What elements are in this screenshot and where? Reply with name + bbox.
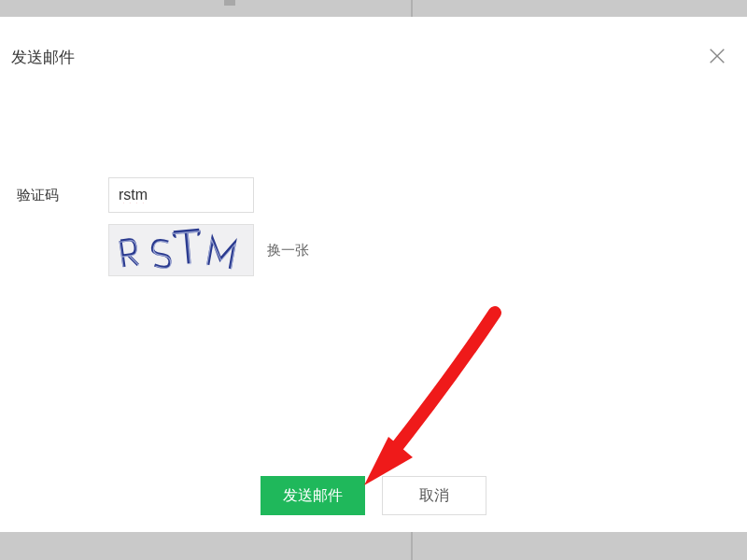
captcha-label: 验证码 bbox=[17, 187, 108, 204]
send-email-button[interactable]: 发送邮件 bbox=[261, 476, 365, 515]
modal-title: 发送邮件 bbox=[11, 47, 75, 68]
backdrop-divider-bottom bbox=[411, 532, 413, 560]
backdrop-divider bbox=[411, 0, 413, 17]
button-row: 发送邮件 取消 bbox=[0, 476, 747, 515]
send-email-modal: 发送邮件 验证码 bbox=[0, 17, 747, 532]
close-icon bbox=[707, 46, 727, 66]
captcha-row: 验证码 bbox=[17, 177, 254, 213]
backdrop-bottom bbox=[0, 532, 747, 560]
refresh-captcha-link[interactable]: 换一张 bbox=[267, 242, 309, 259]
captcha-image-row: 换一张 bbox=[108, 224, 309, 276]
captcha-image[interactable] bbox=[108, 224, 254, 276]
captcha-input[interactable] bbox=[108, 177, 254, 213]
backdrop-top bbox=[0, 0, 747, 17]
backdrop-accent bbox=[224, 0, 235, 6]
close-button[interactable] bbox=[704, 43, 730, 69]
cancel-button[interactable]: 取消 bbox=[382, 476, 486, 515]
captcha-graphic bbox=[111, 226, 251, 274]
